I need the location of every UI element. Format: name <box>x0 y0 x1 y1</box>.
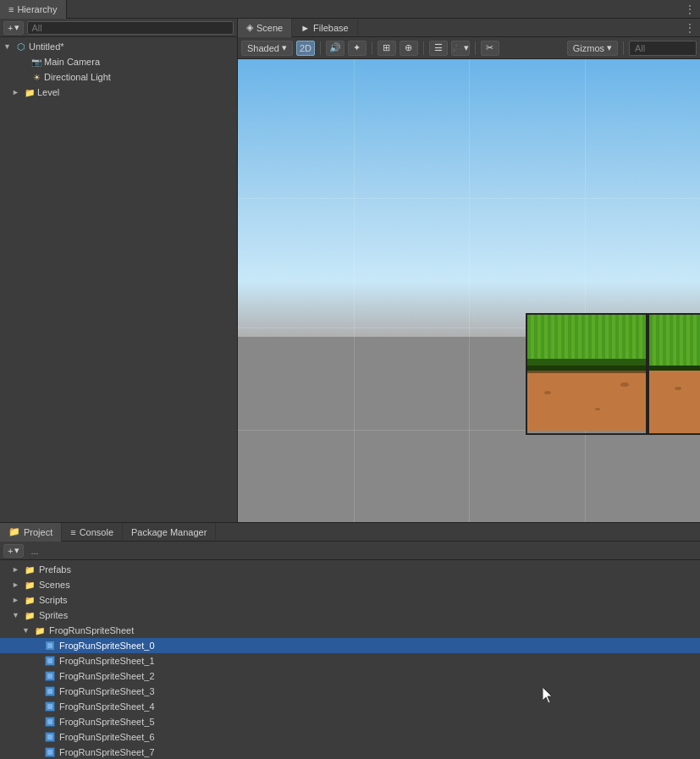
tab-project[interactable]: 📁 Project <box>0 523 62 542</box>
sprite0-icon <box>44 640 56 652</box>
tab-scene[interactable]: ◈ Scene <box>238 19 292 37</box>
hierarchy-item-level[interactable]: ► 📁 Level <box>0 85 237 100</box>
prefabs-arrow-icon: ► <box>12 565 20 574</box>
sprite7-icon <box>44 746 56 758</box>
scenes-folder-icon: 📁 <box>24 579 36 591</box>
project-content: ► 📁 Prefabs ► 📁 Scenes ► 📁 Scripts ▼ 📁 S… <box>0 560 700 759</box>
hierarchy-add-button[interactable]: + ▾ <box>3 21 24 35</box>
frogrun-folder-icon: 📁 <box>34 624 46 636</box>
file-item-sprite-5[interactable]: FrogRunSpriteSheet_5 <box>0 714 700 729</box>
sprite6-icon <box>44 731 56 743</box>
separator3 <box>423 41 424 55</box>
hierarchy-directional-light-label: Directional Light <box>44 72 111 82</box>
scenes-arrow-icon: ► <box>12 580 20 589</box>
level-arrow-icon: ► <box>12 88 22 96</box>
sprites-arrow-icon: ▼ <box>12 611 20 619</box>
scene-search-input[interactable] <box>629 41 697 56</box>
render-button[interactable]: ☰ <box>429 41 448 56</box>
pixel-tile-2 <box>648 313 700 435</box>
gizmos-arrow-icon: ▾ <box>607 42 612 53</box>
file-item-sprite-6[interactable]: FrogRunSpriteSheet_6 <box>0 729 700 745</box>
gizmo-grid-icon: ⊞ <box>383 42 390 53</box>
hierarchy-main-camera-label: Main Camera <box>44 57 100 67</box>
sprite1-label: FrogRunSpriteSheet_1 <box>59 656 155 666</box>
tab-hierarchy[interactable]: ≡ Hierarchy <box>0 0 67 19</box>
sprite1-icon <box>44 655 56 667</box>
file-item-prefabs[interactable]: ► 📁 Prefabs <box>0 562 700 577</box>
file-item-scripts[interactable]: ► 📁 Scripts <box>0 592 700 608</box>
tab-console[interactable]: ≡ Console <box>62 523 123 542</box>
grid-v1 <box>354 59 355 522</box>
hierarchy-search-input[interactable] <box>27 21 234 35</box>
file-item-sprite-4[interactable]: FrogRunSpriteSheet_4 <box>0 699 700 714</box>
sprite4-icon <box>44 701 56 712</box>
grid-h2 <box>238 198 700 199</box>
package-manager-tab-label: Package Manager <box>131 527 207 537</box>
project-tab-label: Project <box>24 527 52 537</box>
file-item-sprite-2[interactable]: FrogRunSpriteSheet_2 <box>0 668 700 684</box>
frogrun-arrow-icon: ▼ <box>22 626 30 635</box>
camera-arrow-icon: ▾ <box>464 42 469 53</box>
hierarchy-item-untitled[interactable]: ▼ ⬡ Untitled* <box>0 39 237 54</box>
project-toolbar: + ▾ ... <box>0 542 700 560</box>
sprite2-icon <box>44 670 56 682</box>
project-plus-icon: + <box>8 546 13 556</box>
audio-button[interactable]: 🔊 <box>326 41 344 56</box>
scene-view[interactable] <box>238 59 700 522</box>
scene-tabs: ◈ Scene ► Filebase ⋮ <box>238 19 700 37</box>
plus-icon: + <box>8 23 13 33</box>
top-bar: ≡ Hierarchy ⋮ <box>0 0 700 19</box>
audio-icon: 🔊 <box>329 42 341 53</box>
camera-dropdown-button[interactable]: 🎥 ▾ <box>451 41 470 56</box>
2d-mode-button[interactable]: 2D <box>296 41 315 56</box>
file-item-sprites[interactable]: ▼ 📁 Sprites <box>0 608 700 623</box>
sprite2-label: FrogRunSpriteSheet_2 <box>59 671 155 681</box>
sprite3-icon <box>44 685 56 697</box>
sprite0-label: FrogRunSpriteSheet_0 <box>59 641 155 651</box>
effects-button[interactable]: ✦ <box>348 41 367 56</box>
file-item-frogrun-folder[interactable]: ▼ 📁 FrogRunSpriteSheet <box>0 623 700 638</box>
special-button[interactable]: ✂ <box>481 41 499 56</box>
shading-dropdown[interactable]: Shaded ▾ <box>241 41 293 56</box>
gizmo-extra-icon: ⊕ <box>405 42 412 53</box>
sprite5-icon <box>44 716 56 728</box>
main-layout: + ▾ ▼ ⬡ Untitled* 📷 Main Camera ☀ <box>0 19 700 522</box>
gizmo-extra-button[interactable]: ⊕ <box>400 41 418 56</box>
project-add-button[interactable]: + ▾ <box>3 544 24 558</box>
hierarchy-content: ▼ ⬡ Untitled* 📷 Main Camera ☀ Directiona… <box>0 37 237 522</box>
scene-menu-icon[interactable]: ⋮ <box>685 22 700 34</box>
tab-filebase[interactable]: ► Filebase <box>292 19 357 37</box>
arrow-icon: ▼ <box>3 42 14 51</box>
hierarchy-item-directional-light[interactable]: ☀ Directional Light <box>0 69 237 85</box>
file-item-sprite-7[interactable]: FrogRunSpriteSheet_7 <box>0 745 700 759</box>
camera-icon: 📷 <box>30 56 42 68</box>
sprite7-label: FrogRunSpriteSheet_7 <box>59 747 155 757</box>
hierarchy-menu-icon[interactable]: ⋮ <box>685 3 700 15</box>
prefabs-label: Prefabs <box>39 564 71 575</box>
console-tab-icon: ≡ <box>70 527 75 537</box>
hierarchy-item-main-camera[interactable]: 📷 Main Camera <box>0 54 237 69</box>
file-item-scenes[interactable]: ► 📁 Scenes <box>0 577 700 592</box>
prefabs-folder-icon: 📁 <box>24 564 36 575</box>
separator4 <box>475 41 476 55</box>
file-item-sprite-1[interactable]: FrogRunSpriteSheet_1 <box>0 653 700 668</box>
gizmos-button[interactable]: Gizmos ▾ <box>567 41 618 56</box>
sprites-folder-icon: 📁 <box>24 609 36 621</box>
bottom-panel: 📁 Project ≡ Console Package Manager + ▾ … <box>0 522 700 759</box>
project-tab-icon: 📁 <box>8 526 20 537</box>
pixel-tile-1 <box>526 313 648 435</box>
gizmo-group-button[interactable]: ⊞ <box>378 41 396 56</box>
shading-label: Shaded <box>247 43 279 53</box>
separator1 <box>320 41 321 55</box>
separator2 <box>372 41 372 55</box>
scene-tab-label: Scene <box>256 23 283 33</box>
right-panel: ◈ Scene ► Filebase ⋮ Shaded ▾ 2D 🔊 ✦ <box>238 19 700 522</box>
frogrun-folder-label: FrogRunSpriteSheet <box>49 625 134 635</box>
pixel-tiles <box>526 313 700 435</box>
scene-toolbar: Shaded ▾ 2D 🔊 ✦ ⊞ ⊕ ☰ <box>238 37 700 59</box>
tile-dirt-1 <box>527 366 646 431</box>
file-item-sprite-0[interactable]: FrogRunSpriteSheet_0 <box>0 638 700 653</box>
bottom-tabs: 📁 Project ≡ Console Package Manager <box>0 523 700 542</box>
tab-package-manager[interactable]: Package Manager <box>123 523 216 542</box>
file-item-sprite-3[interactable]: FrogRunSpriteSheet_3 <box>0 684 700 699</box>
